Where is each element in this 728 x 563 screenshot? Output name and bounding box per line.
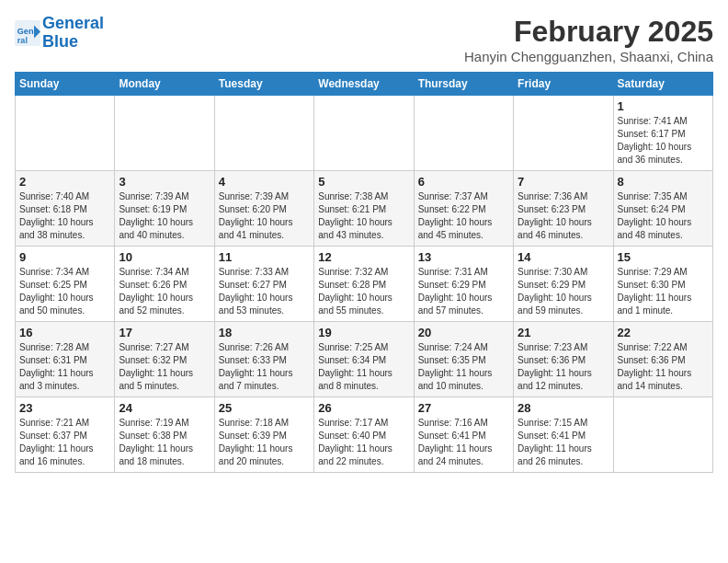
calendar-cell: 25Sunrise: 7:18 AM Sunset: 6:39 PM Dayli… <box>214 397 313 473</box>
day-info: Sunrise: 7:22 AM Sunset: 6:36 PM Dayligh… <box>618 341 709 393</box>
day-number: 11 <box>219 250 310 264</box>
calendar-week-1: 1Sunrise: 7:41 AM Sunset: 6:17 PM Daylig… <box>16 96 713 171</box>
day-number: 21 <box>518 326 609 339</box>
calendar-cell: 15Sunrise: 7:29 AM Sunset: 6:30 PM Dayli… <box>613 247 712 322</box>
day-info: Sunrise: 7:27 AM Sunset: 6:32 PM Dayligh… <box>119 341 210 393</box>
logo-text: General Blue <box>42 15 104 52</box>
calendar-cell <box>613 397 712 473</box>
day-info: Sunrise: 7:39 AM Sunset: 6:19 PM Dayligh… <box>119 190 210 242</box>
day-info: Sunrise: 7:38 AM Sunset: 6:21 PM Dayligh… <box>318 190 409 242</box>
day-number: 2 <box>19 175 110 189</box>
day-info: Sunrise: 7:32 AM Sunset: 6:28 PM Dayligh… <box>318 266 409 317</box>
day-number: 18 <box>219 326 310 339</box>
day-number: 26 <box>318 401 409 415</box>
day-info: Sunrise: 7:19 AM Sunset: 6:38 PM Dayligh… <box>119 417 210 468</box>
calendar-cell: 13Sunrise: 7:31 AM Sunset: 6:29 PM Dayli… <box>414 247 513 322</box>
calendar-cell: 7Sunrise: 7:36 AM Sunset: 6:23 PM Daylig… <box>514 171 613 247</box>
weekday-header-row: SundayMondayTuesdayWednesdayThursdayFrid… <box>16 73 713 96</box>
day-info: Sunrise: 7:18 AM Sunset: 6:39 PM Dayligh… <box>219 417 310 468</box>
day-info: Sunrise: 7:25 AM Sunset: 6:34 PM Dayligh… <box>318 341 409 393</box>
calendar-cell: 4Sunrise: 7:39 AM Sunset: 6:20 PM Daylig… <box>214 171 313 247</box>
day-info: Sunrise: 7:31 AM Sunset: 6:29 PM Dayligh… <box>418 266 509 317</box>
day-info: Sunrise: 7:40 AM Sunset: 6:18 PM Dayligh… <box>19 190 110 242</box>
calendar-cell <box>414 96 513 171</box>
calendar-cell: 2Sunrise: 7:40 AM Sunset: 6:18 PM Daylig… <box>16 171 115 247</box>
day-number: 3 <box>119 175 210 189</box>
calendar-cell: 21Sunrise: 7:23 AM Sunset: 6:36 PM Dayli… <box>514 322 613 397</box>
weekday-header-wednesday: Wednesday <box>314 73 414 96</box>
day-number: 7 <box>518 175 609 189</box>
day-info: Sunrise: 7:26 AM Sunset: 6:33 PM Dayligh… <box>219 341 310 393</box>
calendar-cell: 22Sunrise: 7:22 AM Sunset: 6:36 PM Dayli… <box>613 322 712 397</box>
calendar-cell: 10Sunrise: 7:34 AM Sunset: 6:26 PM Dayli… <box>115 247 214 322</box>
day-number: 25 <box>219 401 310 415</box>
day-number: 19 <box>318 326 409 339</box>
weekday-header-thursday: Thursday <box>414 73 513 96</box>
day-info: Sunrise: 7:24 AM Sunset: 6:35 PM Dayligh… <box>418 341 509 393</box>
day-info: Sunrise: 7:37 AM Sunset: 6:22 PM Dayligh… <box>418 190 509 242</box>
day-number: 8 <box>618 175 709 189</box>
day-number: 23 <box>19 401 110 415</box>
header: Gene ral General Blue February 2025 Hany… <box>15 15 713 64</box>
location-title: Hanyin Chengguanzhen, Shaanxi, China <box>464 49 713 64</box>
calendar-cell <box>16 96 115 171</box>
day-info: Sunrise: 7:15 AM Sunset: 6:41 PM Dayligh… <box>518 417 609 468</box>
calendar-cell: 16Sunrise: 7:28 AM Sunset: 6:31 PM Dayli… <box>16 322 115 397</box>
calendar-table: SundayMondayTuesdayWednesdayThursdayFrid… <box>15 72 713 473</box>
calendar-cell: 26Sunrise: 7:17 AM Sunset: 6:40 PM Dayli… <box>314 397 414 473</box>
calendar-cell: 12Sunrise: 7:32 AM Sunset: 6:28 PM Dayli… <box>314 247 414 322</box>
weekday-header-saturday: Saturday <box>613 73 712 96</box>
day-info: Sunrise: 7:23 AM Sunset: 6:36 PM Dayligh… <box>518 341 609 393</box>
weekday-header-friday: Friday <box>514 73 613 96</box>
calendar-cell: 23Sunrise: 7:21 AM Sunset: 6:37 PM Dayli… <box>16 397 115 473</box>
day-number: 4 <box>219 175 310 189</box>
calendar-cell <box>214 96 313 171</box>
weekday-header-monday: Monday <box>115 73 214 96</box>
day-info: Sunrise: 7:34 AM Sunset: 6:26 PM Dayligh… <box>119 266 210 317</box>
day-number: 20 <box>418 326 509 339</box>
day-info: Sunrise: 7:35 AM Sunset: 6:24 PM Dayligh… <box>618 190 709 242</box>
calendar-cell: 28Sunrise: 7:15 AM Sunset: 6:41 PM Dayli… <box>514 397 613 473</box>
day-info: Sunrise: 7:36 AM Sunset: 6:23 PM Dayligh… <box>518 190 609 242</box>
logo-icon: Gene ral <box>15 20 40 46</box>
calendar-week-4: 16Sunrise: 7:28 AM Sunset: 6:31 PM Dayli… <box>16 322 713 397</box>
calendar-cell: 20Sunrise: 7:24 AM Sunset: 6:35 PM Dayli… <box>414 322 513 397</box>
day-number: 5 <box>318 175 409 189</box>
day-number: 17 <box>119 326 210 339</box>
day-info: Sunrise: 7:16 AM Sunset: 6:41 PM Dayligh… <box>418 417 509 468</box>
day-info: Sunrise: 7:29 AM Sunset: 6:30 PM Dayligh… <box>618 266 709 317</box>
calendar-week-5: 23Sunrise: 7:21 AM Sunset: 6:37 PM Dayli… <box>16 397 713 473</box>
calendar-cell: 14Sunrise: 7:30 AM Sunset: 6:29 PM Dayli… <box>514 247 613 322</box>
logo: Gene ral General Blue <box>15 15 104 52</box>
calendar-cell: 27Sunrise: 7:16 AM Sunset: 6:41 PM Dayli… <box>414 397 513 473</box>
calendar-cell: 9Sunrise: 7:34 AM Sunset: 6:25 PM Daylig… <box>16 247 115 322</box>
day-number: 1 <box>618 99 709 113</box>
day-number: 15 <box>618 250 709 264</box>
calendar-cell <box>514 96 613 171</box>
svg-text:ral: ral <box>17 35 28 44</box>
day-info: Sunrise: 7:30 AM Sunset: 6:29 PM Dayligh… <box>518 266 609 317</box>
calendar-cell: 19Sunrise: 7:25 AM Sunset: 6:34 PM Dayli… <box>314 322 414 397</box>
month-title: February 2025 <box>464 15 713 49</box>
day-number: 6 <box>418 175 509 189</box>
day-info: Sunrise: 7:17 AM Sunset: 6:40 PM Dayligh… <box>318 417 409 468</box>
calendar-cell: 24Sunrise: 7:19 AM Sunset: 6:38 PM Dayli… <box>115 397 214 473</box>
calendar-cell: 11Sunrise: 7:33 AM Sunset: 6:27 PM Dayli… <box>214 247 313 322</box>
calendar-week-3: 9Sunrise: 7:34 AM Sunset: 6:25 PM Daylig… <box>16 247 713 322</box>
day-number: 12 <box>318 250 409 264</box>
calendar-cell: 8Sunrise: 7:35 AM Sunset: 6:24 PM Daylig… <box>613 171 712 247</box>
day-number: 9 <box>19 250 110 264</box>
day-number: 27 <box>418 401 509 415</box>
calendar-week-2: 2Sunrise: 7:40 AM Sunset: 6:18 PM Daylig… <box>16 171 713 247</box>
day-number: 16 <box>19 326 110 339</box>
day-info: Sunrise: 7:33 AM Sunset: 6:27 PM Dayligh… <box>219 266 310 317</box>
calendar-cell: 1Sunrise: 7:41 AM Sunset: 6:17 PM Daylig… <box>613 96 712 171</box>
day-number: 10 <box>119 250 210 264</box>
calendar-cell: 3Sunrise: 7:39 AM Sunset: 6:19 PM Daylig… <box>115 171 214 247</box>
day-number: 14 <box>518 250 609 264</box>
calendar-cell <box>314 96 414 171</box>
weekday-header-tuesday: Tuesday <box>214 73 313 96</box>
day-info: Sunrise: 7:28 AM Sunset: 6:31 PM Dayligh… <box>19 341 110 393</box>
day-number: 13 <box>418 250 509 264</box>
day-info: Sunrise: 7:39 AM Sunset: 6:20 PM Dayligh… <box>219 190 310 242</box>
